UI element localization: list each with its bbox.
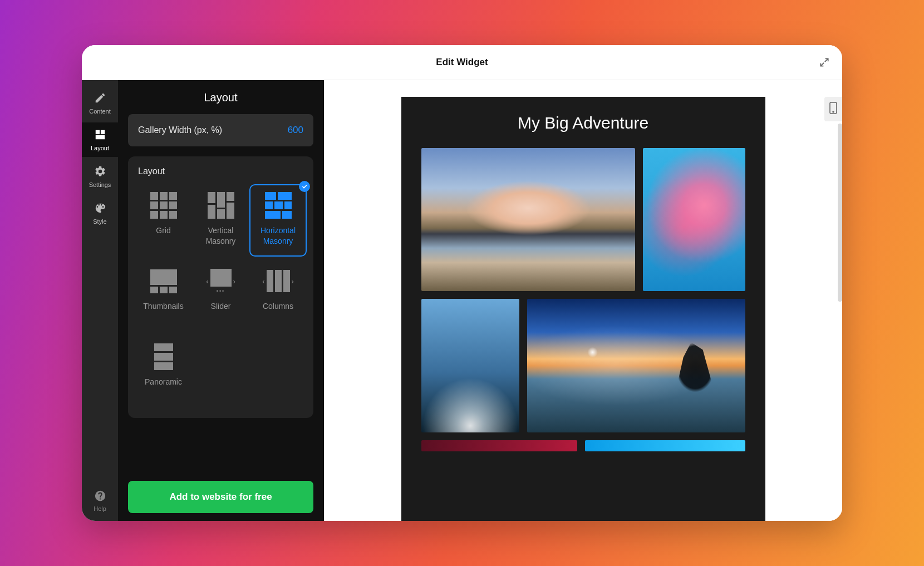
gallery-image[interactable]: [585, 440, 745, 451]
gallery-row: [421, 148, 745, 291]
rail-label-help: Help: [94, 505, 106, 512]
layout-option-columns[interactable]: ‹ › Columns: [249, 260, 307, 332]
rail-label-content: Content: [89, 108, 111, 115]
layout-option-vertical-masonry[interactable]: Vertical Masonry: [192, 184, 249, 257]
field-gallery-width[interactable]: Gallery Width (px, %) 600: [128, 114, 313, 146]
layout-option-label: Slider: [211, 301, 231, 312]
gallery-heading: My Big Adventure: [421, 114, 745, 132]
gear-icon: [94, 165, 106, 179]
rail-item-content[interactable]: Content: [82, 86, 118, 120]
gallery-image[interactable]: [421, 148, 635, 291]
body: Content Layout Settings Style: [82, 80, 842, 521]
gallery-image[interactable]: [421, 440, 577, 451]
pencil-icon: [94, 92, 106, 105]
columns-thumb-icon: ‹ ›: [263, 267, 294, 296]
svg-rect-2: [95, 135, 105, 139]
layout-icon: [94, 129, 106, 142]
sidebar-rail: Content Layout Settings Style: [82, 80, 118, 521]
layout-option-label: Horizontal Masonry: [253, 225, 303, 247]
layout-option-horizontal-masonry[interactable]: Horizontal Masonry: [249, 184, 307, 257]
layout-option-label: Vertical Masonry: [195, 225, 246, 247]
svg-rect-1: [100, 130, 104, 134]
checkmark-icon: [299, 181, 310, 192]
vmasonry-thumb-icon: [205, 191, 237, 220]
hmasonry-thumb-icon: [263, 191, 294, 220]
expand-icon[interactable]: [819, 57, 830, 68]
layout-option-label: Thumbnails: [143, 301, 183, 312]
chevron-right-icon: ›: [290, 277, 296, 286]
window-title: Edit Widget: [436, 57, 488, 68]
layout-option-thumbnails[interactable]: Thumbnails: [135, 260, 192, 332]
layout-option-grid[interactable]: Grid: [135, 184, 192, 257]
panel-scroll[interactable]: Layout Gallery Width (px, %) 600 Layout: [118, 80, 323, 473]
thumbnails-thumb-icon: [148, 267, 179, 296]
layout-option-panoramic[interactable]: Panoramic: [135, 336, 192, 408]
rail-item-settings[interactable]: Settings: [82, 159, 118, 194]
layout-grid: Grid Vertical Masonry: [135, 184, 307, 408]
grid-thumb-icon: [148, 191, 179, 220]
help-icon: [94, 490, 106, 503]
editor-window: Edit Widget Content Layout: [82, 45, 842, 521]
layout-section-title: Layout: [138, 166, 303, 176]
panoramic-thumb-icon: [148, 342, 179, 371]
layout-option-slider[interactable]: ‹ ••• › Slider: [192, 260, 249, 332]
panel-title: Layout: [118, 80, 323, 114]
chevron-right-icon: ›: [232, 277, 237, 286]
field-label: Gallery Width (px, %): [138, 125, 222, 135]
chevron-left-icon: ‹: [204, 277, 210, 286]
add-to-website-button[interactable]: Add to website for free: [128, 481, 313, 513]
layout-section: Layout Grid: [128, 156, 313, 418]
gallery-image[interactable]: [643, 148, 745, 291]
gallery-image[interactable]: [527, 299, 745, 432]
svg-rect-0: [95, 130, 99, 134]
rail-item-style[interactable]: Style: [82, 196, 118, 230]
field-value: 600: [288, 125, 303, 136]
gallery-row: [421, 299, 745, 432]
gallery: [421, 148, 745, 451]
layout-option-label: Panoramic: [145, 377, 182, 387]
rail-label-settings: Settings: [89, 181, 111, 188]
titlebar: Edit Widget: [82, 45, 842, 80]
settings-panel: Layout Gallery Width (px, %) 600 Layout: [118, 80, 324, 521]
mobile-preview-toggle[interactable]: [824, 97, 842, 121]
gallery-image[interactable]: [421, 299, 519, 432]
slider-thumb-icon: ‹ ••• ›: [205, 267, 237, 296]
preview-scrollbar[interactable]: [838, 124, 842, 302]
rail-item-layout[interactable]: Layout: [82, 122, 118, 157]
rail-label-style: Style: [93, 218, 106, 225]
svg-point-4: [833, 111, 834, 112]
layout-option-label: Columns: [263, 301, 293, 312]
layout-option-label: Grid: [156, 225, 170, 236]
preview-canvas: My Big Adventure: [401, 97, 765, 521]
palette-icon: [94, 202, 106, 215]
chevron-left-icon: ‹: [261, 277, 266, 286]
mobile-icon: [829, 101, 838, 117]
rail-item-help[interactable]: Help: [94, 490, 106, 512]
gallery-row: [421, 440, 745, 451]
rail-label-layout: Layout: [91, 145, 109, 151]
preview-area: My Big Adventure: [324, 80, 842, 521]
